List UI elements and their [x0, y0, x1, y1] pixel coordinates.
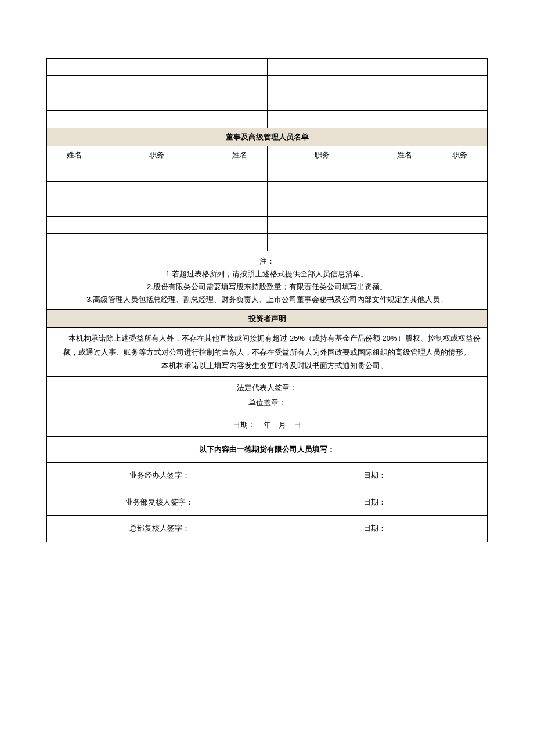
declaration-row: 本机构承诺除上述受益所有人外，不存在其他直接或间接拥有超过 25%（或持有基金产… — [47, 328, 488, 376]
notes-n1: 1.若超过表格所列，请按照上述格式提供全部人员信息清单。 — [52, 268, 482, 280]
signature-row-2: 日期： 年 月 日 — [47, 414, 488, 437]
dir-header-name-3: 姓名 — [377, 146, 432, 164]
footer-handler-date: 日期： — [267, 466, 482, 485]
dir-row-5 — [47, 234, 488, 251]
notes-n2: 2.股份有限类公司需要填写股东持股数量；有限责任类公司填写出资额。 — [52, 280, 482, 293]
form-table: 董事及高级管理人员名单 姓名 职务 姓名 职务 姓名 职务 注： 1.若超过表格… — [46, 58, 488, 542]
seal-sign: 单位盖章： — [52, 395, 482, 411]
dir-header-pos-1: 职务 — [102, 146, 212, 164]
dir-header-name-1: 姓名 — [47, 146, 102, 164]
blank-row-3 — [47, 93, 488, 111]
signature-row-1: 法定代表人签章： 单位盖章： — [47, 376, 488, 414]
footer-dept-label: 业务部复核人签字： — [52, 493, 267, 512]
dir-row-1 — [47, 164, 488, 182]
footer-heading: 以下内容由一德期货有限公司人员填写： — [47, 436, 488, 463]
dir-header-name-2: 姓名 — [212, 146, 267, 164]
dir-header-pos-3: 职务 — [432, 146, 488, 164]
directors-section-header: 董事及高级管理人员名单 — [47, 128, 488, 146]
notes-label: 注： — [52, 255, 482, 268]
declaration-section-header: 投资者声明 — [47, 310, 488, 328]
footer-handler-row: 业务经办人签字： 日期： — [47, 463, 488, 489]
blank-row-4 — [47, 111, 488, 128]
footer-hq-date: 日期： — [267, 519, 482, 538]
footer-dept-date: 日期： — [267, 493, 482, 512]
footer-handler-label: 业务经办人签字： — [52, 466, 267, 485]
footer-dept-row: 业务部复核人签字： 日期： — [47, 489, 488, 516]
notes-row: 注： 1.若超过表格所列，请按照上述格式提供全部人员信息清单。 2.股份有限类公… — [47, 251, 488, 310]
notes-n3: 3.高级管理人员包括总经理、副总经理、财务负责人、上市公司董事会秘书及公司内部文… — [52, 293, 482, 306]
blank-row-2 — [47, 76, 488, 93]
footer-heading-row: 以下内容由一德期货有限公司人员填写： — [47, 436, 488, 463]
blank-row-1 — [47, 59, 488, 76]
footer-hq-row: 总部复核人签字： 日期： — [47, 516, 488, 542]
date-label: 日期： — [233, 420, 255, 429]
dir-header-pos-2: 职务 — [267, 146, 377, 164]
dir-row-4 — [47, 217, 488, 234]
dir-row-3 — [47, 199, 488, 217]
date-value: 年 月 日 — [264, 420, 301, 429]
declaration-p1: 本机构承诺除上述受益所有人外，不存在其他直接或间接拥有超过 25%（或持有基金产… — [52, 332, 482, 359]
directors-title: 董事及高级管理人员名单 — [47, 128, 488, 146]
dir-row-2 — [47, 182, 488, 199]
legal-rep-sign: 法定代表人签章： — [52, 380, 482, 395]
declaration-title: 投资者声明 — [47, 310, 488, 328]
directors-header-row: 姓名 职务 姓名 职务 姓名 职务 — [47, 146, 488, 164]
footer-hq-label: 总部复核人签字： — [52, 519, 267, 538]
declaration-p2: 本机构承诺以上填写内容发生变更时将及时以书面方式通知贵公司。 — [52, 359, 482, 372]
